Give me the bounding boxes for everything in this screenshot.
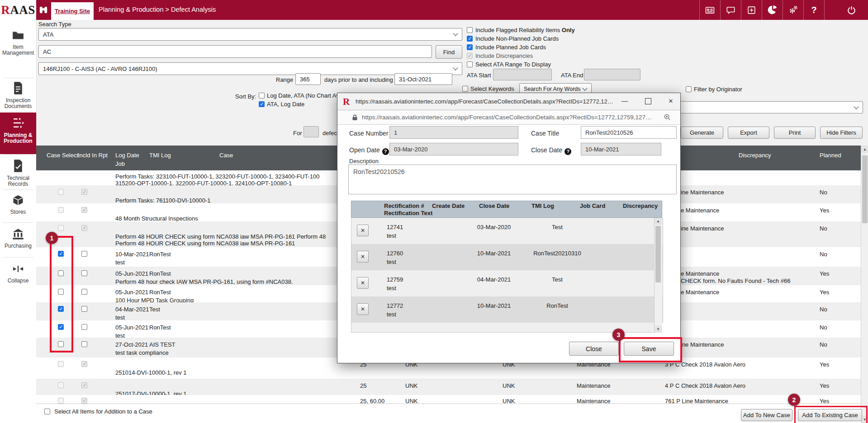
case-title-input[interactable]: RonTest20210526 bbox=[581, 126, 677, 139]
scrollbar-thumb[interactable] bbox=[655, 226, 661, 282]
select-ata-range-checkbox[interactable] bbox=[467, 61, 473, 67]
remove-rectification-button[interactable]: ✕ bbox=[357, 225, 369, 236]
sidebar-item-planning-production[interactable]: Planning & Production bbox=[0, 116, 36, 144]
address-url[interactable]: https://raasais.aviationintertec.com/app… bbox=[362, 114, 654, 121]
add-to-new-case-button[interactable]: Add To New Case bbox=[741, 409, 792, 421]
discrepancy-link[interactable]: e Maintenance bbox=[681, 207, 719, 214]
remove-rectification-button[interactable]: ✕ bbox=[357, 251, 369, 263]
scroll-down-arrow[interactable]: ▼ bbox=[655, 326, 662, 333]
case-select-checkbox[interactable] bbox=[58, 341, 64, 347]
description-label: Description bbox=[349, 158, 379, 164]
scrollbar-thumb[interactable] bbox=[862, 155, 868, 223]
case-select-checkbox[interactable] bbox=[58, 251, 64, 257]
sidebar-item-inspection-documents[interactable]: Inspection Documents bbox=[0, 63, 36, 109]
case-text: 100 Hour MPD Task Grouping bbox=[115, 297, 194, 302]
main-scrollbar[interactable]: ▲ ▼ bbox=[861, 146, 868, 423]
case-select-checkbox[interactable] bbox=[58, 324, 64, 330]
settings-gears-icon[interactable] bbox=[783, 0, 803, 20]
export-button[interactable]: Export bbox=[728, 127, 769, 139]
tmi-log-link[interactable]: Test bbox=[521, 276, 593, 283]
sidebar-item-purchasing[interactable]: Purchasing bbox=[0, 228, 36, 249]
add-icon[interactable] bbox=[741, 0, 762, 20]
help-question-icon[interactable]: ? bbox=[564, 148, 571, 155]
include-flagged-checkbox[interactable] bbox=[467, 27, 473, 33]
scroll-up-arrow[interactable]: ▲ bbox=[861, 146, 868, 153]
tmi-log-link[interactable]: AIS TEST bbox=[149, 341, 175, 348]
scroll-up-arrow[interactable]: ▲ bbox=[655, 218, 662, 225]
tmi-log-link[interactable]: RonTest bbox=[149, 324, 171, 331]
case-text: Perform 48 HOUR CHECK using form NCA038 … bbox=[115, 240, 295, 247]
modal-close-button[interactable]: Close bbox=[569, 342, 619, 356]
modal-save-button[interactable]: Save bbox=[624, 342, 674, 356]
generate-button[interactable]: Generate bbox=[681, 127, 723, 139]
sidebar-item-item-management[interactable]: Item Management bbox=[0, 28, 36, 56]
discrepancy-link[interactable]: ine Maintenance bbox=[681, 341, 724, 348]
select-all-checkbox[interactable] bbox=[44, 409, 50, 414]
case-select-checkbox[interactable] bbox=[58, 289, 64, 295]
sidebar-collapse-button[interactable]: Collapse bbox=[0, 263, 36, 284]
tmi-log-link[interactable]: RonTest bbox=[149, 289, 171, 296]
zoom-page-icon[interactable] bbox=[664, 114, 671, 121]
modal-table-scrollbar[interactable]: ▲ ▼ bbox=[654, 218, 662, 333]
discrepancy-link[interactable]: ine Maintenance bbox=[681, 189, 724, 196]
find-button[interactable]: Find bbox=[436, 45, 462, 59]
close-window-icon[interactable]: × bbox=[669, 97, 673, 106]
incld-in-rpt-checkbox[interactable] bbox=[81, 306, 87, 312]
incld-in-rpt-checkbox[interactable] bbox=[81, 251, 87, 257]
remove-rectification-button[interactable]: ✕ bbox=[357, 303, 369, 315]
range-input[interactable]: 365 bbox=[295, 73, 321, 85]
sidebar-item-technical-records[interactable]: Technical Records bbox=[0, 159, 36, 187]
select-keywords-checkbox[interactable] bbox=[462, 86, 468, 92]
chat-icon[interactable] bbox=[721, 0, 741, 20]
include-nonplanned-checkbox[interactable] bbox=[467, 36, 473, 42]
sidebar-item-stores[interactable]: Stores bbox=[0, 194, 36, 215]
add-to-existing-case-button[interactable]: Add To Existing Case bbox=[798, 409, 862, 421]
footer-bar: Select All Items for Addition to a Case … bbox=[36, 404, 861, 423]
select-all-label: Select All Items for Addition to a Case bbox=[54, 408, 152, 415]
col-case: Case bbox=[219, 152, 233, 159]
discrepancy-link[interactable]: 4 P C Check 2018 Avalon Aero bbox=[665, 382, 745, 389]
tmi-log-link[interactable]: Test bbox=[149, 306, 160, 313]
tmi-log-link[interactable]: RonTest20210310 bbox=[521, 250, 593, 257]
incld-in-rpt-checkbox[interactable] bbox=[81, 270, 87, 276]
discrepancy-link[interactable]: e Maintenance bbox=[681, 289, 719, 296]
sort-logdate-checkbox[interactable] bbox=[259, 93, 265, 99]
description-textarea[interactable]: RonTest20210526 bbox=[348, 164, 677, 194]
sort-ata-checkbox[interactable] bbox=[259, 101, 265, 107]
range-date-input[interactable]: 31-Oct-2021 bbox=[394, 73, 452, 85]
minimize-icon[interactable]: — bbox=[621, 97, 629, 104]
tmi-log-link[interactable]: RonTest bbox=[149, 270, 171, 277]
tmi-log-link[interactable]: Test bbox=[521, 224, 593, 230]
mcol-close-date: Close Date bbox=[479, 202, 509, 209]
case-select-checkbox[interactable] bbox=[58, 306, 64, 312]
case-select-checkbox[interactable] bbox=[58, 270, 64, 276]
power-logout-icon[interactable] bbox=[841, 0, 862, 20]
binoculars-icon[interactable] bbox=[37, 0, 50, 20]
discrepancy-link[interactable]: ine Maintenance bbox=[681, 225, 724, 232]
incld-in-rpt-checkbox[interactable] bbox=[81, 341, 87, 347]
incld-in-rpt-checkbox[interactable] bbox=[81, 289, 87, 295]
include-planned-checkbox[interactable] bbox=[467, 44, 473, 50]
help-question-icon[interactable]: ? bbox=[382, 148, 389, 155]
filter-originator-checkbox[interactable] bbox=[686, 86, 692, 92]
popup-address-bar: https://raasais.aviationintertec.com/app… bbox=[337, 110, 680, 125]
incld-in-rpt-checkbox[interactable] bbox=[81, 324, 87, 330]
discrepancy-link[interactable]: e Maintenance bbox=[681, 270, 719, 277]
pie-chart-icon[interactable] bbox=[762, 0, 783, 20]
help-icon[interactable]: ? bbox=[804, 0, 824, 20]
search-type-select[interactable]: ATA bbox=[38, 28, 462, 41]
popup-title-bar[interactable]: R https://raasais.aviationintertec.com/a… bbox=[337, 93, 680, 110]
include-discrepancies-checkbox[interactable] bbox=[467, 53, 473, 59]
remove-rectification-button[interactable]: ✕ bbox=[357, 277, 369, 289]
discrepancy-link[interactable]: 761 P Line Maintenance bbox=[665, 398, 728, 404]
tmi-log-link[interactable]: RonTest bbox=[149, 251, 171, 258]
search-input[interactable]: AC bbox=[38, 45, 432, 58]
tab-training-site[interactable]: Training Site bbox=[51, 2, 94, 20]
contact-card-icon[interactable] bbox=[700, 0, 720, 20]
case-text: 48 Month Structural Inspections bbox=[115, 215, 198, 221]
scroll-down-arrow[interactable]: ▼ bbox=[861, 416, 868, 423]
hide-filters-button[interactable]: Hide Filters bbox=[820, 127, 863, 139]
maximize-icon[interactable] bbox=[645, 98, 651, 104]
tmi-log-link[interactable]: RonTest bbox=[521, 302, 593, 309]
print-button[interactable]: Print bbox=[774, 127, 816, 139]
